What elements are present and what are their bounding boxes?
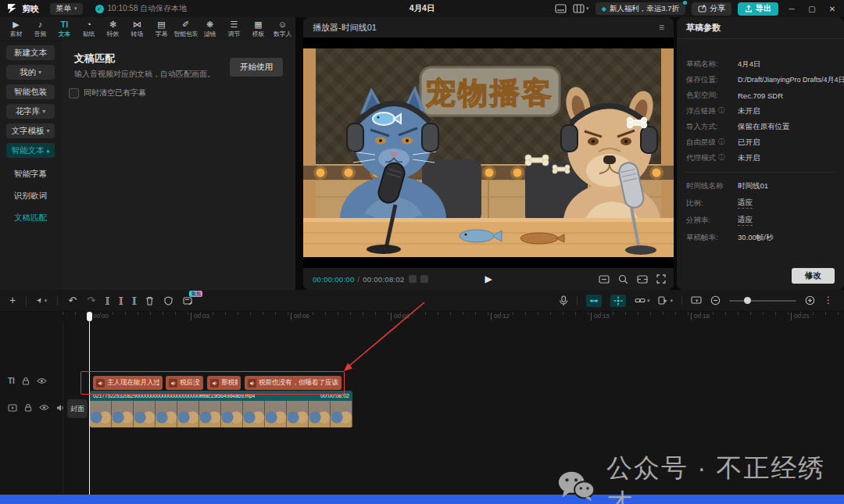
tab-media[interactable]: ▶素材 xyxy=(5,20,27,39)
zoom-out-icon[interactable] xyxy=(710,295,721,306)
linked-preview-toggle[interactable] xyxy=(610,295,626,307)
row-label: 浮点链路ⓘ xyxy=(686,106,738,116)
sidebar-item-new-text[interactable]: 新建文本 xyxy=(6,45,55,60)
sidebar-item-smart-captions[interactable]: 智能字幕 xyxy=(0,169,61,180)
speaker-icon[interactable] xyxy=(56,404,65,412)
sidebar-item-smart-pack[interactable]: 智能包装 xyxy=(6,84,55,99)
fit-zoom-icon[interactable] xyxy=(618,274,628,284)
delete-left-button[interactable]: ][ xyxy=(119,296,122,305)
sidebar-item-doc-match[interactable]: 文稿匹配 xyxy=(0,213,61,223)
tab-avatar[interactable]: ☺数字人 xyxy=(271,20,294,39)
chevron-down-icon: ▾ xyxy=(42,108,45,115)
info-icon[interactable]: ⓘ xyxy=(718,106,725,116)
tab-smart-pack[interactable]: ✐智能包装 xyxy=(174,20,197,39)
ratio-value[interactable]: 适应 xyxy=(738,198,753,209)
video-clip[interactable]: 0217752253208290000000000000000000000fff… xyxy=(90,391,352,427)
tab-transition[interactable]: ⋈转场 xyxy=(126,20,148,39)
player-panel: 播放器-时间线01 ≡ 宠物播客 xyxy=(303,17,674,290)
maximize-button[interactable]: ▢ xyxy=(805,5,819,13)
preview-mode-icon[interactable] xyxy=(409,275,417,283)
diamond-icon: ◆ xyxy=(602,5,606,13)
timeline-toolbar: + ➤▾ ↶ ↷ ][ ][ ][ xyxy=(0,290,844,312)
split-button[interactable]: ][ xyxy=(106,296,109,305)
current-time: 00:00:00:00 xyxy=(313,275,355,284)
tab-filters[interactable]: ❋滤镜 xyxy=(198,20,221,39)
export-button[interactable]: 导出 xyxy=(738,2,778,16)
zoom-in-icon[interactable] xyxy=(805,295,815,306)
sidebar-item-mine[interactable]: 我的▾ xyxy=(6,65,55,80)
tab-audio[interactable]: ♪音频 xyxy=(29,20,52,39)
wechat-icon xyxy=(556,470,595,502)
info-icon[interactable]: ⓘ xyxy=(718,153,725,163)
record-voiceover-icon[interactable] xyxy=(559,295,568,306)
fullscreen-icon[interactable] xyxy=(656,274,666,284)
start-using-button[interactable]: 开始使用 xyxy=(230,58,283,77)
cover-button[interactable]: 封面 xyxy=(67,399,88,418)
effects-icon: ✻ xyxy=(109,20,116,29)
track-headers: TI 5 xyxy=(0,322,63,495)
magnet-snap-toggle[interactable] xyxy=(586,295,602,307)
more-options-button[interactable]: ⋮ xyxy=(824,296,833,305)
delete-button[interactable] xyxy=(145,296,154,306)
check-circle-icon: ✓ xyxy=(95,5,104,13)
resolution-value[interactable]: 适应 xyxy=(738,215,753,226)
cursor-box-icon xyxy=(658,296,668,305)
shield-icon[interactable] xyxy=(164,296,173,306)
redo-button[interactable]: ↷ xyxy=(87,296,95,305)
sidebar-item-fancy-text[interactable]: 花字库▾ xyxy=(6,104,55,119)
draft-name: 4月4日 xyxy=(738,59,761,70)
add-media-button[interactable]: + xyxy=(9,296,16,305)
zoom-slider-knob[interactable] xyxy=(744,297,751,304)
sidebar-item-smart-text[interactable]: 智能文本▴ xyxy=(6,143,55,158)
close-button[interactable]: ✕ xyxy=(825,5,839,13)
lock-icon[interactable] xyxy=(22,377,30,385)
tab-adjust[interactable]: ☰调节 xyxy=(223,20,245,39)
tab-sticker[interactable]: ◔贴纸 xyxy=(77,20,100,39)
preview-mode-icon-2[interactable] xyxy=(420,275,428,283)
delete-right-button[interactable]: ][ xyxy=(132,296,135,305)
panel-layout-icon[interactable] xyxy=(555,4,567,13)
minimize-button[interactable]: ─ xyxy=(785,5,799,13)
captions-icon: ▤ xyxy=(157,20,165,29)
play-button[interactable]: ▶ xyxy=(485,273,492,284)
transition-icon: ⋈ xyxy=(133,20,141,29)
menu-button[interactable]: 菜单 ▾ xyxy=(50,3,83,15)
sidebar-item-lyrics[interactable]: 识别歌词 xyxy=(0,191,61,202)
player-menu-icon[interactable]: ≡ xyxy=(659,22,664,33)
total-duration: 00:00:08:02 xyxy=(363,275,405,284)
share-button[interactable]: 分享 xyxy=(692,2,731,16)
preview-window-icon[interactable] xyxy=(691,296,702,306)
timeline-ruler[interactable]: 00:00 00:03 00:06 00:09 00:12 00:15 00:1… xyxy=(63,312,844,322)
info-icon[interactable]: ⓘ xyxy=(718,138,725,147)
project-title: 4月4日 xyxy=(409,3,435,14)
select-tool-button[interactable]: ➤▾ xyxy=(37,296,47,305)
framerate-value: 30.00帧/秒 xyxy=(738,233,773,243)
focus-tool-button[interactable]: 聚焦 xyxy=(183,296,193,306)
quality-icon[interactable] xyxy=(599,275,610,284)
timeline-zoom-slider[interactable] xyxy=(729,300,796,302)
playhead-handle[interactable] xyxy=(87,312,92,321)
tab-templates[interactable]: ▦模板 xyxy=(247,20,270,39)
link-clips-dropdown[interactable]: ▾ xyxy=(635,296,650,305)
templates-icon: ▦ xyxy=(254,20,262,29)
select-mode-dropdown[interactable]: ▾ xyxy=(658,296,673,305)
layout-columns-icon xyxy=(573,4,585,13)
video-viewport[interactable]: 宠物播客 xyxy=(303,38,674,268)
undo-button[interactable]: ↶ xyxy=(68,296,77,305)
tab-captions[interactable]: ▤字幕 xyxy=(150,20,173,39)
ratio-icon[interactable] xyxy=(637,275,648,284)
row-label: 比例: xyxy=(686,198,738,209)
tab-effects[interactable]: ✻特效 xyxy=(102,20,124,39)
tab-text[interactable]: TI文本 xyxy=(53,20,76,39)
modify-button[interactable]: 修改 xyxy=(792,268,835,284)
eye-icon[interactable] xyxy=(37,377,47,384)
free-layer-state: 已开启 xyxy=(738,138,760,148)
eye-icon[interactable] xyxy=(39,404,49,411)
title-bar: 剪映 菜单 ▾ ✓ 10:10:58 自动保存本地 4月4日 ▾ xyxy=(0,0,844,17)
chevron-down-icon: ▾ xyxy=(586,5,589,12)
workspace-layout-switch[interactable]: ▾ xyxy=(573,4,589,13)
lock-icon[interactable] xyxy=(24,403,32,412)
clear-captions-checkbox[interactable] xyxy=(69,88,79,98)
sidebar-item-text-template[interactable]: 文字模板▾ xyxy=(6,123,55,138)
promo-badge[interactable]: ◆ 新人福利，幸运3.7折 xyxy=(595,2,685,15)
